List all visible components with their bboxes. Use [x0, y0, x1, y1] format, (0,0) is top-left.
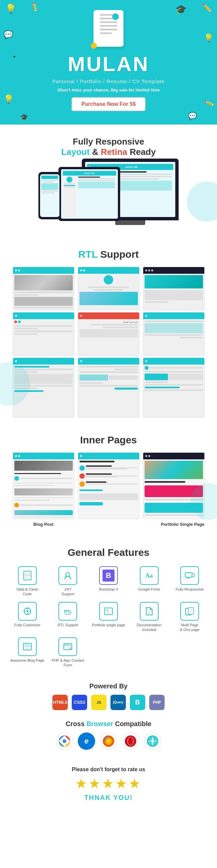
customize-label: Fully Customize — [14, 623, 40, 627]
feature-valid-code: Valid & CleanCode — [8, 566, 46, 597]
customize-icon — [18, 602, 37, 621]
php-ajax-label: PHP & Ajax Contact Form — [49, 658, 87, 668]
rate-section: Please don't forget to rate us ★★★★★ THN… — [7, 763, 210, 812]
rtl-feat-label: RTL Support — [58, 623, 79, 627]
hero-promo: #Don't miss your chance, Big sale for li… — [7, 88, 210, 92]
css3-badge: CSS3 — [72, 695, 87, 710]
responsive-retina: Retina — [101, 147, 127, 157]
comments-col — [78, 452, 140, 527]
deco-bulb-3: 💡 — [3, 94, 14, 104]
feature-fully-responsive: Fully Responsive — [170, 566, 209, 597]
deco-grad-1: 🎓 — [175, 4, 187, 15]
deco-pencil-2: ✏️ — [202, 3, 212, 13]
browser-highlight: Browser — [87, 720, 113, 727]
device-mockup: ABOUT ME — [38, 159, 179, 232]
php-ajax-icon — [58, 637, 77, 656]
responsive-line1: Fully Responsive — [73, 136, 144, 147]
rtl-ss-2b: نص عربي تجريبي — [78, 312, 140, 355]
svg-point-4 — [66, 572, 70, 577]
svg-rect-5 — [185, 572, 192, 577]
stars: ★★★★★ — [13, 776, 204, 791]
feature-documentation: Documentation Included — [130, 602, 168, 632]
portfolio-single-icon — [99, 602, 118, 621]
hero-section: 💡 ✏️ 🎓 ✏️ 💬 💡 💡 ✏️ 🎓 💬 • MULAN Personal … — [0, 0, 217, 125]
svg-point-45 — [106, 739, 111, 743]
phone-screen — [40, 174, 59, 217]
responsive-layout: Layout — [61, 147, 90, 157]
inner-pages-title: Inner Pages — [7, 434, 210, 446]
powered-section: Powered By HTML5 CSS3 JS jQuery B PHP Cr… — [0, 674, 217, 817]
safari-icon — [144, 733, 161, 750]
responsive-title: Fully Responsive Layout & Retina Ready — [7, 136, 210, 157]
feature-google-fonts: Aa Google Fonts — [130, 566, 168, 597]
svg-point-34 — [65, 644, 65, 645]
tablet-screen: ABOUT ME — [61, 169, 118, 219]
jquery-badge: jQuery — [111, 695, 126, 710]
google-fonts-icon: Aa — [140, 566, 159, 585]
feature-rtl: RTL RTL Support — [49, 602, 87, 632]
rtl-col-3 — [143, 267, 205, 417]
blog-icon — [18, 637, 37, 656]
browser-section: Cross Browser Compatible e — [7, 717, 210, 763]
deco-bulb-1: 💡 — [5, 3, 17, 14]
tech-icons: HTML5 CSS3 JS jQuery B PHP — [7, 695, 210, 710]
ie-icon: e — [78, 733, 95, 750]
tablet: ABOUT ME — [58, 167, 120, 221]
deco-grad-2: 🎓 — [20, 113, 28, 121]
svg-rect-16 — [106, 609, 108, 612]
browser-icons: e — [13, 733, 204, 750]
btn-price: 5$ — [130, 101, 136, 107]
hero-doc-icon — [93, 10, 124, 47]
feature-247-support: 24/7Support — [49, 566, 87, 597]
documentation-label: Documentation Included — [130, 623, 168, 632]
feature-multi-page: Multi Page& One page — [170, 602, 209, 632]
features-grid: Valid & CleanCode 24/7Support B Bootstra… — [8, 566, 209, 668]
rtl-ss-2c — [78, 358, 140, 417]
doc-yellow-dot — [91, 43, 97, 49]
valid-code-label: Valid & CleanCode — [17, 587, 38, 597]
features-title: General Features — [7, 547, 210, 558]
rtl-ss-3b — [143, 312, 205, 355]
js-badge: JS — [91, 695, 106, 710]
browser-title: Cross Browser Compatible — [13, 720, 204, 728]
rtl-col-2: نص عربي تجريبي — [78, 267, 140, 417]
html5-badge: HTML5 — [53, 695, 68, 710]
rtl-ss-3a — [143, 267, 205, 310]
bootstrap-label: Bootstrap 4 — [99, 587, 118, 592]
deco-chat-2: 💬 — [188, 112, 197, 121]
rtl-label-end: Support — [97, 249, 138, 260]
blog-screenshot — [13, 452, 74, 519]
blog-label: Blog Post — [13, 522, 74, 527]
btn-label: Purchase Now For — [82, 101, 130, 107]
rtl-ss-1a — [13, 267, 74, 310]
rtl-icon: RTL — [58, 602, 77, 621]
documentation-icon — [140, 602, 159, 621]
deco-bulb-2: 💡 — [204, 33, 214, 43]
phone — [38, 172, 61, 219]
rate-text: Please don't forget to rate us — [13, 767, 204, 773]
rtl-label-start: RTL — [78, 249, 97, 260]
responsive-feat-label: Fully Responsive — [176, 587, 204, 592]
valid-code-icon — [18, 566, 37, 585]
svg-rect-39 — [69, 648, 71, 649]
svg-point-36 — [67, 644, 68, 645]
support-label: 24/7Support — [61, 587, 74, 597]
bootstrap-tech-badge: B — [130, 695, 145, 710]
rtl-ss-2a — [78, 267, 140, 310]
google-fonts-label: Google Fonts — [138, 587, 160, 592]
deco-pencil-3: ✏️ — [203, 98, 215, 109]
doc-avatar — [112, 13, 119, 20]
svg-point-48 — [128, 737, 132, 745]
purchase-button[interactable]: Purchase Now For 5$ — [71, 97, 146, 111]
rtl-title: RTL Support — [7, 249, 210, 260]
blog-col: Blog Post — [13, 452, 74, 527]
svg-rect-30 — [24, 644, 30, 647]
chrome-icon — [56, 733, 73, 750]
rtl-ss-3c — [143, 358, 205, 417]
portfolio-label: Portfolio Single Page — [143, 522, 205, 527]
portfolio-single-label: Portfolio single page — [92, 623, 125, 627]
svg-point-9 — [26, 610, 28, 612]
hero-subtitle: Personal / Portfolio / Resume / CV Templ… — [7, 79, 210, 84]
svg-point-35 — [66, 644, 67, 645]
responsive-section: Fully Responsive Layout & Retina Ready A… — [0, 125, 217, 239]
